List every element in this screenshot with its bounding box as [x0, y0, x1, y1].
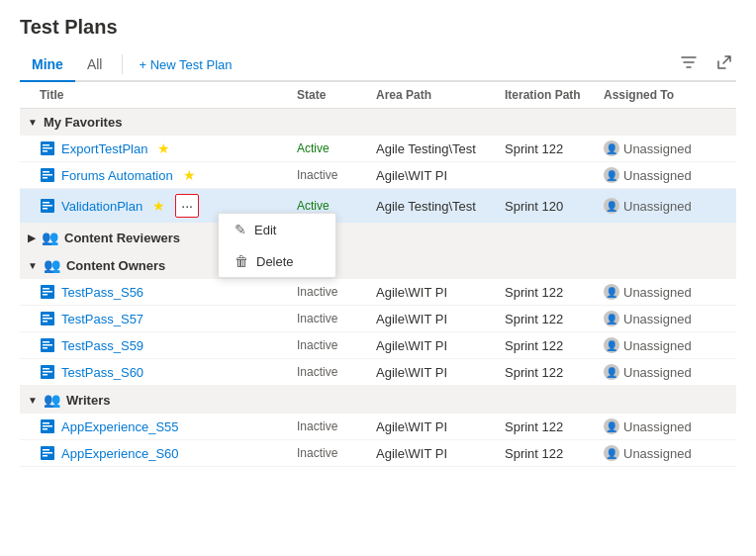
svg-rect-22 — [43, 344, 52, 346]
assigned-s57: 👤 Unassigned — [604, 311, 722, 326]
row-link-s56[interactable]: TestPass_S56 — [61, 285, 143, 300]
svg-rect-17 — [43, 315, 49, 317]
avatar-validation: 👤 — [604, 198, 619, 214]
star-forums[interactable]: ★ — [183, 167, 196, 183]
row-title-app55: AppExperience_S55 — [40, 418, 297, 434]
assigned-forums: 👤 Unassigned — [604, 167, 722, 183]
assigned-label-app55: Unassigned — [623, 419, 692, 434]
row-link-app55[interactable]: AppExperience_S55 — [61, 419, 179, 434]
new-test-plan-button[interactable]: + New Test Plan — [131, 51, 239, 78]
state-app55: Inactive — [297, 419, 376, 433]
table-row: ExportTestPlan ★ Active Agile Testing\Te… — [20, 136, 736, 162]
svg-rect-30 — [43, 425, 52, 427]
table-row-validation: ValidationPlan ★ ··· ✎ Edit 🗑 Delete Act… — [20, 189, 736, 224]
svg-rect-9 — [43, 202, 49, 204]
row-title-s60: TestPass_S60 — [40, 364, 297, 380]
group-writers-label: Writers — [66, 393, 111, 408]
assigned-label-validation: Unassigned — [623, 199, 692, 214]
svg-rect-35 — [43, 455, 47, 457]
table-row: TestPass_S59 Inactive Agile\WIT PI Sprin… — [20, 332, 736, 359]
col-title: Title — [40, 88, 297, 102]
row-title-app60: AppExperience_S60 — [40, 445, 297, 461]
state-export: Active — [297, 141, 376, 155]
avatar-app55: 👤 — [604, 418, 619, 434]
group-my-favorites[interactable]: ▼ My Favorites — [20, 109, 736, 136]
row-link-s57[interactable]: TestPass_S57 — [61, 312, 143, 326]
group-content-reviewers-label: Content Reviewers — [64, 231, 180, 245]
svg-rect-18 — [43, 318, 52, 320]
state-app60: Inactive — [297, 446, 376, 460]
assigned-label-app60: Unassigned — [623, 446, 692, 461]
test-plan-icon — [40, 198, 55, 214]
test-plan-icon — [40, 445, 55, 461]
delete-icon: 🗑 — [235, 253, 248, 269]
avatar-forums: 👤 — [604, 167, 619, 183]
delete-label: Delete — [256, 254, 294, 269]
area-export: Agile Testing\Test — [376, 141, 505, 156]
row-link-s59[interactable]: TestPass_S59 — [61, 338, 143, 353]
table-body: ▼ My Favorites ExportTestPlan ★ Active A… — [20, 109, 736, 554]
group-content-reviewers[interactable]: ▶ 👥 Content Reviewers — [20, 224, 736, 251]
more-options-button[interactable]: ··· — [175, 194, 199, 218]
row-link-validation[interactable]: ValidationPlan — [61, 199, 142, 214]
svg-rect-21 — [43, 341, 49, 343]
svg-rect-34 — [43, 452, 52, 454]
filter-icon[interactable] — [677, 50, 701, 78]
state-forums: Inactive — [297, 168, 376, 182]
state-s56: Inactive — [297, 285, 376, 299]
area-s59: Agile\WIT PI — [376, 338, 505, 353]
svg-rect-33 — [43, 449, 49, 451]
svg-rect-5 — [43, 171, 49, 173]
assigned-s60: 👤 Unassigned — [604, 364, 722, 380]
row-link-app60[interactable]: AppExperience_S60 — [61, 446, 179, 461]
assigned-label-forums: Unassigned — [623, 168, 692, 183]
assigned-label-export: Unassigned — [623, 141, 692, 156]
svg-rect-19 — [43, 321, 47, 323]
svg-rect-6 — [43, 174, 52, 176]
avatar-s56: 👤 — [604, 284, 619, 300]
group-people-icon: 👥 — [42, 230, 58, 245]
row-link-forums[interactable]: Forums Automation — [61, 168, 173, 183]
edit-icon: ✎ — [235, 222, 246, 237]
iteration-s56: Sprint 122 — [505, 285, 604, 300]
tab-mine[interactable]: Mine — [20, 48, 75, 82]
table-row: TestPass_S60 Inactive Agile\WIT PI Sprin… — [20, 359, 736, 386]
table-row: TestPass_S57 Inactive Agile\WIT PI Sprin… — [20, 306, 736, 332]
row-title-validation: ValidationPlan ★ ··· ✎ Edit 🗑 Delete — [40, 194, 297, 218]
chevron-down-icon: ▼ — [28, 117, 38, 128]
tab-all[interactable]: All — [75, 48, 115, 82]
row-title-export: ExportTestPlan ★ — [40, 140, 297, 156]
row-title-s56: TestPass_S56 — [40, 284, 297, 300]
state-s57: Inactive — [297, 312, 376, 325]
iteration-validation: Sprint 120 — [505, 199, 604, 214]
area-app60: Agile\WIT PI — [376, 446, 505, 461]
svg-rect-27 — [43, 374, 47, 376]
tab-divider — [122, 54, 123, 74]
row-title-s57: TestPass_S57 — [40, 311, 297, 326]
star-export[interactable]: ★ — [157, 140, 170, 156]
group-people-icon: 👥 — [44, 257, 60, 273]
col-state: State — [297, 88, 376, 102]
table-row: Forums Automation ★ Inactive Agile\WIT P… — [20, 162, 736, 189]
group-content-owners[interactable]: ▼ 👥 Content Owners — [20, 251, 736, 279]
table-row: AppExperience_S55 Inactive Agile\WIT PI … — [20, 414, 736, 440]
table-row: TestPass_S56 Inactive Agile\WIT PI Sprin… — [20, 279, 736, 306]
assigned-label-s57: Unassigned — [623, 312, 692, 326]
row-link-export[interactable]: ExportTestPlan — [61, 141, 147, 156]
row-link-s60[interactable]: TestPass_S60 — [61, 365, 143, 380]
context-menu-delete[interactable]: 🗑 Delete — [219, 245, 335, 277]
col-assigned: Assigned To — [604, 88, 722, 102]
iteration-export: Sprint 122 — [505, 141, 604, 156]
context-menu-edit[interactable]: ✎ Edit — [219, 214, 335, 245]
test-plan-icon — [40, 284, 55, 300]
iteration-app55: Sprint 122 — [505, 419, 604, 434]
assigned-s56: 👤 Unassigned — [604, 284, 722, 300]
row-title-forums: Forums Automation ★ — [40, 167, 297, 183]
group-writers[interactable]: ▼ 👥 Writers — [20, 386, 736, 414]
col-area: Area Path — [376, 88, 505, 102]
svg-rect-13 — [43, 288, 49, 290]
svg-rect-23 — [43, 347, 47, 349]
svg-rect-11 — [43, 208, 47, 210]
expand-icon[interactable] — [712, 50, 736, 78]
star-validation[interactable]: ★ — [152, 198, 165, 214]
